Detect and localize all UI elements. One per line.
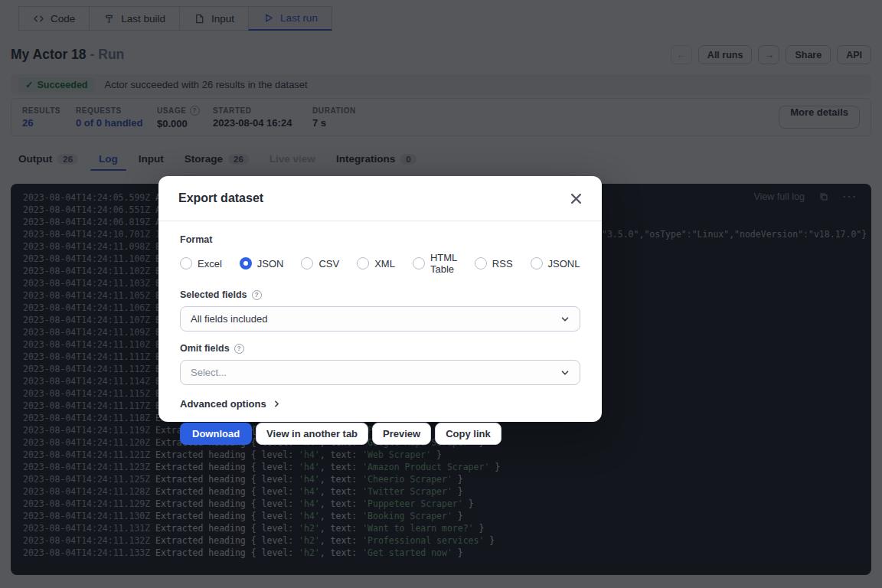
format-radio-jsonl[interactable]: JSONL [531, 257, 580, 270]
view-in-another-tab-button[interactable]: View in another tab [256, 423, 368, 445]
omit-fields-label: Omit fields ? [180, 343, 580, 354]
format-radio-label: CSV [318, 258, 339, 270]
preview-button[interactable]: Preview [372, 423, 431, 445]
export-dataset-modal: Export dataset Format ExcelJSONCSVXMLHTM… [158, 176, 602, 422]
format-radio-group: ExcelJSONCSVXMLHTML TableRSSJSONL [180, 252, 580, 275]
radio-icon [357, 257, 369, 270]
modal-body: Format ExcelJSONCSVXMLHTML TableRSSJSONL… [158, 221, 602, 445]
format-radio-label: HTML Table [430, 252, 457, 275]
close-icon[interactable] [570, 193, 582, 204]
format-label: Format [180, 234, 580, 245]
chevron-right-icon [273, 400, 281, 408]
copy-link-button[interactable]: Copy link [435, 423, 501, 445]
download-button[interactable]: Download [180, 423, 252, 445]
advanced-options-toggle[interactable]: Advanced options [180, 398, 580, 410]
selected-fields-label: Selected fields ? [180, 289, 580, 300]
format-radio-rss[interactable]: RSS [475, 257, 513, 270]
omit-fields-select[interactable]: Select... [180, 360, 580, 385]
modal-header: Export dataset [158, 176, 602, 221]
radio-icon [240, 257, 252, 270]
chevron-down-icon [560, 315, 570, 324]
omit-fields-help-icon[interactable]: ? [234, 344, 244, 354]
selected-fields-help-icon[interactable]: ? [252, 290, 262, 300]
selected-fields-value: All fields included [191, 313, 267, 325]
format-radio-label: RSS [492, 258, 513, 270]
modal-buttons: Download View in another tab Preview Cop… [180, 423, 580, 445]
apify-run-page: CodeLast buildInputLast run My Actor 18-… [0, 0, 882, 588]
selected-fields-select[interactable]: All fields included [180, 306, 580, 332]
format-radio-excel[interactable]: Excel [180, 257, 222, 270]
radio-icon [475, 257, 487, 270]
radio-icon [301, 257, 313, 270]
format-radio-json[interactable]: JSON [240, 257, 284, 270]
format-radio-label: JSON [257, 258, 284, 270]
format-radio-html-table[interactable]: HTML Table [413, 252, 457, 275]
format-radio-csv[interactable]: CSV [301, 257, 339, 270]
format-radio-label: JSONL [548, 258, 580, 270]
format-radio-label: XML [374, 258, 395, 270]
radio-icon [180, 257, 192, 270]
radio-icon [413, 257, 425, 270]
modal-title: Export dataset [178, 191, 263, 205]
omit-fields-placeholder: Select... [191, 367, 227, 378]
format-radio-xml[interactable]: XML [357, 257, 395, 270]
chevron-down-icon [560, 368, 570, 377]
format-radio-label: Excel [198, 258, 222, 270]
radio-icon [531, 257, 543, 270]
